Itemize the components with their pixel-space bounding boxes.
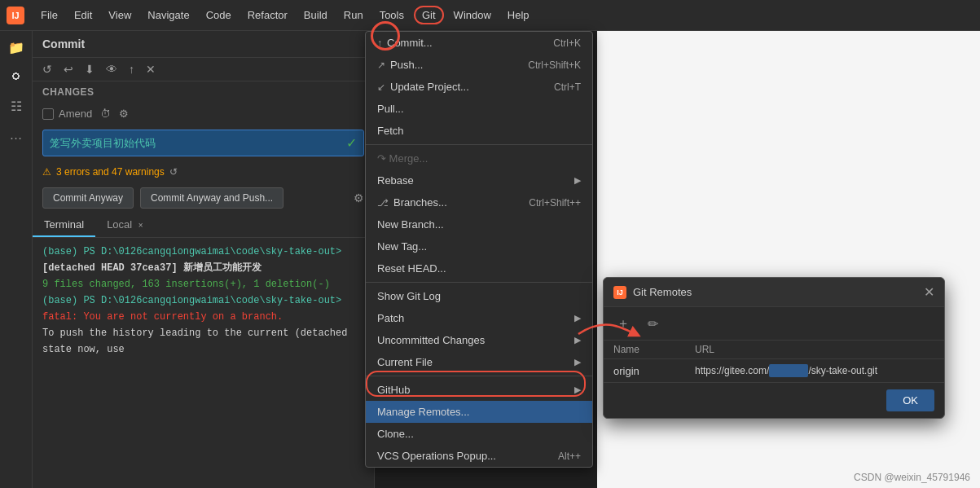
dialog-close-button[interactable]: ✕	[924, 284, 934, 300]
sidebar-icon-more[interactable]: …	[7, 125, 26, 145]
git-menu-rebase-label: Rebase	[377, 174, 414, 187]
git-menu-item-current-file[interactable]: Current File ▶	[366, 351, 592, 373]
git-menu-item-clone[interactable]: Clone...	[366, 423, 592, 445]
right-white-area	[597, 31, 980, 488]
tab-local[interactable]: Local ×	[95, 213, 155, 237]
menu-view[interactable]: View	[102, 6, 138, 24]
git-menu-item-push[interactable]: ↗ Push... Ctrl+Shift+K	[366, 54, 592, 76]
menu-tools[interactable]: Tools	[373, 6, 411, 24]
menu-build[interactable]: Build	[297, 6, 334, 24]
commit-anyway-push-button[interactable]: Commit Anyway and Push...	[140, 187, 283, 209]
remote-url-origin: https://gitee.com/ /sky-take-out.git	[695, 364, 934, 377]
git-menu-item-branches[interactable]: ⎇ Branches... Ctrl+Shift++	[366, 191, 592, 213]
amend-row: Amend ⏱ ⚙	[33, 103, 374, 125]
refresh-icon[interactable]: ↺	[39, 61, 55, 77]
amend-checkbox[interactable]	[42, 108, 54, 120]
commit-panel: Commit ↺ ↩ ⬇ 👁 ↑ ✕ Changes Amend ⏱ ⚙ 笼写外…	[33, 31, 375, 488]
git-dropdown-menu: ↑ Commit... Ctrl+K ↗ Push... Ctrl+Shift+…	[365, 31, 593, 468]
menu-help[interactable]: Help	[501, 6, 536, 24]
git-menu-item-rebase[interactable]: Rebase ▶	[366, 169, 592, 191]
commit-message-text: 笼写外卖项目初始代码	[50, 136, 156, 151]
col-url-header: URL	[695, 344, 934, 355]
git-menu-item-fetch[interactable]: Fetch	[366, 120, 592, 142]
edit-remote-button[interactable]: ✏	[641, 312, 664, 335]
sidebar-icon-git[interactable]: ⭘	[7, 67, 26, 86]
git-remotes-dialog: IJ Git Remotes ✕ ＋ ✏ Name URL origin htt…	[603, 277, 945, 419]
menu-bar: File Edit View Navigate Code Refactor Bu…	[34, 6, 536, 24]
git-menu-update-label: Update Project...	[390, 81, 469, 93]
menu-window[interactable]: Window	[447, 6, 498, 24]
git-menu-item-patch[interactable]: Patch ▶	[366, 307, 592, 329]
commit-message-box[interactable]: 笼写外卖项目初始代码 ✓	[42, 130, 364, 156]
menu-git[interactable]: Git	[414, 6, 444, 24]
dialog-title-text: Git Remotes	[633, 286, 692, 298]
menu-run[interactable]: Run	[337, 6, 370, 24]
push-icon: ↗	[377, 59, 385, 71]
menu-edit[interactable]: Edit	[68, 6, 99, 24]
undo-icon[interactable]: ↩	[60, 61, 77, 77]
dialog-title-bar: IJ Git Remotes ✕	[604, 278, 944, 307]
git-menu-current-file-label: Current File	[377, 356, 433, 368]
commit-up-icon: ↑	[377, 37, 382, 49]
menu-refactor[interactable]: Refactor	[241, 6, 294, 24]
eye-icon[interactable]: 👁	[103, 61, 121, 77]
commit-anyway-button[interactable]: Commit Anyway	[42, 187, 134, 209]
git-menu-item-update[interactable]: ↙ Update Project... Ctrl+T	[366, 76, 592, 98]
terminal-line-2: [detached HEAD 37cea37] 新增员工功能开发	[42, 261, 364, 275]
commit-settings-icon[interactable]: ⚙	[354, 191, 364, 204]
terminal-line-6: To push the history leading to the curre…	[42, 326, 364, 341]
git-menu-pull-label: Pull...	[377, 103, 404, 115]
warnings-refresh-icon[interactable]: ↺	[169, 166, 178, 178]
warnings-row: ⚠ 3 errors and 47 warnings ↺	[33, 161, 374, 182]
rebase-arrow-icon: ▶	[574, 175, 581, 186]
git-menu-item-reset-head[interactable]: Reset HEAD...	[366, 257, 592, 279]
git-menu-item-vcs-popup[interactable]: VCS Operations Popup... Alt++	[366, 445, 592, 467]
separator-2	[366, 282, 592, 283]
menu-navigate[interactable]: Navigate	[141, 6, 196, 24]
git-menu-merge-label: ↷ Merge...	[377, 152, 428, 165]
git-menu-patch-label: Patch	[377, 312, 404, 324]
tab-terminal[interactable]: Terminal	[33, 213, 95, 237]
git-menu-commit-shortcut: Ctrl+K	[553, 37, 581, 49]
git-menu-item-commit[interactable]: ↑ Commit... Ctrl+K	[366, 32, 592, 54]
menu-file[interactable]: File	[34, 6, 64, 24]
git-menu-vcs-popup-label: VCS Operations Popup...	[377, 450, 496, 462]
git-menu-item-new-branch[interactable]: New Branch...	[366, 213, 592, 235]
dialog-toolbar: ＋ ✏	[604, 307, 944, 341]
commit-buttons-row: Commit Anyway Commit Anyway and Push... …	[33, 182, 374, 213]
sidebar-icon-folder[interactable]: 📁	[7, 37, 26, 57]
url-highlight	[769, 364, 808, 377]
git-menu-push-shortcut: Ctrl+Shift+K	[528, 59, 581, 71]
download-icon[interactable]: ⬇	[81, 61, 98, 77]
app-logo: IJ	[7, 7, 24, 24]
dialog-footer: OK	[604, 382, 944, 418]
git-menu-item-pull[interactable]: Pull...	[366, 98, 592, 120]
git-menu-item-github[interactable]: GitHub ▶	[366, 379, 592, 401]
git-menu-fetch-label: Fetch	[377, 125, 404, 137]
separator-3	[366, 376, 592, 376]
ok-button[interactable]: OK	[886, 389, 934, 411]
git-menu-branches-label: Branches...	[393, 196, 447, 209]
settings-small-icon: ⚙	[119, 108, 129, 120]
menu-code[interactable]: Code	[200, 6, 238, 24]
git-menu-item-show-git-log[interactable]: Show Git Log	[366, 285, 592, 307]
tab-local-close[interactable]: ×	[138, 221, 143, 230]
dialog-title-left: IJ Git Remotes	[613, 286, 692, 299]
update-icon: ↙	[377, 81, 385, 93]
close-icon[interactable]: ✕	[143, 61, 159, 77]
dialog-table-row-origin: origin https://gitee.com/ /sky-take-out.…	[604, 359, 944, 382]
terminal-tabs: Terminal Local ×	[33, 213, 374, 238]
up-icon[interactable]: ↑	[125, 61, 138, 77]
git-menu-clone-label: Clone...	[377, 428, 414, 440]
git-menu-item-manage-remotes[interactable]: Manage Remotes...	[366, 401, 592, 423]
git-menu-item-uncommitted[interactable]: Uncommitted Changes ▶	[366, 329, 592, 351]
annotation-arrow	[570, 310, 644, 358]
sidebar-icon-structure[interactable]: ☷	[7, 96, 26, 116]
git-menu-github-label: GitHub	[377, 384, 410, 396]
git-menu-item-new-tag[interactable]: New Tag...	[366, 235, 592, 257]
git-menu-new-branch-label: New Branch...	[377, 218, 444, 231]
watermark: CSDN @weixin_45791946	[854, 472, 970, 483]
git-menu-new-tag-label: New Tag...	[377, 240, 427, 253]
terminal-line-1: (base) PS D:\0126cangqiongwaimai\code\sk…	[42, 244, 364, 259]
git-menu-commit-label: Commit...	[387, 37, 433, 49]
